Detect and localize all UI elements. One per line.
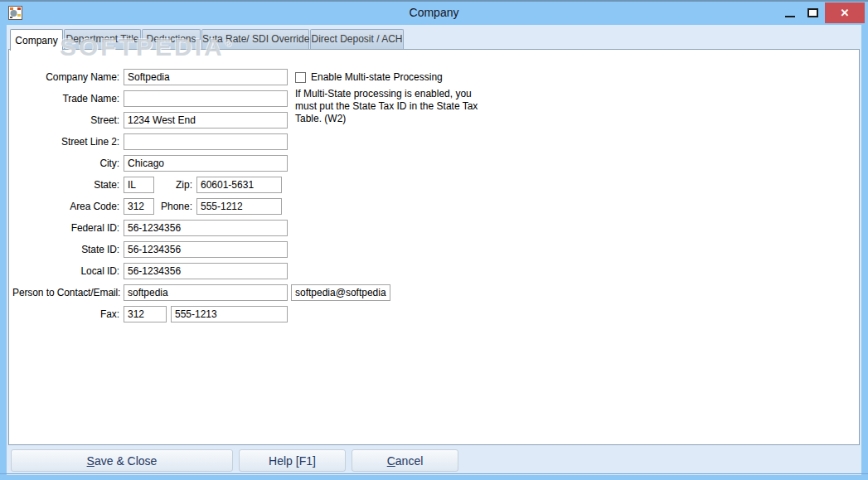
state-id-input[interactable] xyxy=(124,241,288,258)
close-button[interactable]: ✕ xyxy=(825,2,865,23)
company-name-input[interactable] xyxy=(124,69,288,85)
multistate-note: If Multi-State processing is enabled, yo… xyxy=(295,88,486,125)
help-button[interactable]: Help [F1] xyxy=(239,449,346,472)
street-line-2-input[interactable] xyxy=(124,133,288,150)
city-input[interactable] xyxy=(124,155,288,172)
window-title: Company xyxy=(0,2,868,25)
local-id-input[interactable] xyxy=(124,263,288,279)
fax-number-input[interactable] xyxy=(171,306,288,322)
form-row-state-id: State ID: xyxy=(12,241,859,258)
trade-name-input[interactable] xyxy=(124,90,288,107)
save-and-close-button[interactable]: Save & Close xyxy=(11,449,233,472)
form-row-street-line-2: Street Line 2: xyxy=(12,133,859,150)
person-to-contact-input[interactable] xyxy=(124,284,288,301)
form-row-contact-email: Person to Contact/Email: xyxy=(12,284,859,301)
app-window: Company ✕ SOFTPEDIA® Company Department … xyxy=(0,0,868,480)
federal-id-input[interactable] xyxy=(124,220,288,236)
email-input[interactable] xyxy=(291,284,390,301)
form-row-area-code-phone: Area Code: Phone: xyxy=(12,198,859,215)
federal-id-label: Federal ID: xyxy=(12,220,124,236)
local-id-label: Local ID: xyxy=(12,263,124,279)
form-row-fax: Fax: xyxy=(12,306,859,322)
trade-name-label: Trade Name: xyxy=(12,90,124,107)
city-label: City: xyxy=(12,155,124,172)
tab-company[interactable]: Company xyxy=(10,29,63,51)
enable-multistate-label: Enable Multi-state Processing xyxy=(311,71,443,83)
person-to-contact-email-label: Person to Contact/Email: xyxy=(12,284,124,301)
state-id-label: State ID: xyxy=(12,241,124,258)
minimize-button[interactable] xyxy=(778,2,801,23)
company-name-label: Company Name: xyxy=(12,69,124,85)
area-code-label: Area Code: xyxy=(12,198,124,215)
form-row-local-id: Local ID: xyxy=(12,263,859,279)
state-input[interactable] xyxy=(124,177,154,193)
state-label: State: xyxy=(12,177,124,193)
cancel-button[interactable]: Cancel xyxy=(352,449,458,472)
street-label: Street: xyxy=(12,112,124,128)
fax-label: Fax: xyxy=(12,306,124,322)
maximize-icon xyxy=(807,8,818,17)
tab-suta-rate-sdi-override[interactable]: Suta Rate/ SDI Override xyxy=(201,29,309,49)
zip-input[interactable] xyxy=(196,177,282,193)
zip-label: Zip: xyxy=(154,179,196,191)
tab-deductions[interactable]: Deductions xyxy=(142,29,201,49)
area-code-input[interactable] xyxy=(124,198,154,215)
tab-strip: Company Department Title Deductions Suta… xyxy=(10,29,405,49)
frame-bottom-line xyxy=(0,473,868,474)
phone-label: Phone: xyxy=(154,201,196,212)
tab-department-title[interactable]: Department Title xyxy=(64,29,141,49)
titlebar: Company ✕ xyxy=(0,2,868,25)
client-area: SOFTPEDIA® Company Department Title Dedu… xyxy=(7,25,861,475)
tab-direct-deposit-ach[interactable]: Direct Deposit / ACH xyxy=(310,29,404,49)
phone-input[interactable] xyxy=(196,198,282,215)
minimize-icon xyxy=(785,16,795,17)
company-tab-panel: Company Name: Trade Name: Street: Street… xyxy=(8,49,860,445)
form-row-federal-id: Federal ID: xyxy=(12,220,859,236)
maximize-button[interactable] xyxy=(802,2,824,23)
close-icon: ✕ xyxy=(841,7,850,19)
multi-state-block: Enable Multi-state Processing If Multi-S… xyxy=(295,71,486,125)
fax-area-code-input[interactable] xyxy=(124,306,167,322)
form-row-state-zip: State: Zip: xyxy=(12,177,859,193)
form-row-city: City: xyxy=(12,155,859,172)
enable-multistate-checkbox[interactable] xyxy=(295,72,306,83)
street-input[interactable] xyxy=(124,112,288,128)
street-line-2-label: Street Line 2: xyxy=(12,133,124,150)
